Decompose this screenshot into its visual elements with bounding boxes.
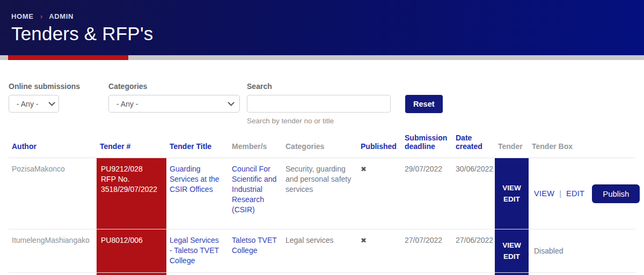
breadcrumb-home-link[interactable]: HOME <box>11 12 33 20</box>
tender-edit-link[interactable]: EDIT <box>495 251 529 262</box>
column-header-members: Member/s <box>229 133 282 158</box>
online-submissions-select[interactable]: - Any - <box>9 95 59 113</box>
table-header-row: Author Tender # Tender Title Member/s Ca… <box>9 133 635 158</box>
header-divider-accent <box>8 55 128 60</box>
tenders-table: Author Tender # Tender Title Member/s Ca… <box>9 133 635 275</box>
breadcrumb-admin-link[interactable]: ADMIN <box>49 12 74 20</box>
column-header-submission-deadline[interactable]: Submission deadline <box>405 133 447 151</box>
breadcrumb: HOME › ADMIN <box>11 12 644 20</box>
categories-label: Categories <box>108 82 240 91</box>
tender-box-cell: VIEW | EDIT Publish <box>529 158 635 229</box>
page-header: HOME › ADMIN Tenders & RFP's <box>0 0 644 55</box>
tender-box-status: Disabled <box>534 247 563 255</box>
search-filter: Search Search by tender no or title <box>247 82 391 125</box>
chevron-down-icon <box>228 99 235 106</box>
online-submissions-selected-value: - Any - <box>17 100 38 108</box>
search-label: Search <box>247 82 391 91</box>
table-row: PozisaMakonco PU9212/028 RFP No. 3518/29… <box>9 158 635 229</box>
categories-select[interactable]: - Any - <box>108 95 240 113</box>
tender-view-link[interactable]: VIEW <box>495 240 529 251</box>
tender-box-edit-link[interactable]: EDIT <box>566 189 584 199</box>
tender-box-cell: Disabled <box>529 229 635 273</box>
tender-number-cell: PU8012/006 <box>97 229 166 273</box>
column-header-tender-box: Tender Box <box>529 133 635 158</box>
tender-edit-link[interactable]: EDIT <box>495 194 529 205</box>
column-header-tender-number[interactable]: Tender # <box>100 142 130 151</box>
online-submissions-label: Online submissions <box>9 82 80 91</box>
submission-deadline-cell: 27/07/2022 <box>401 229 452 273</box>
tender-box-view-link[interactable]: VIEW <box>534 189 554 199</box>
online-submissions-filter: Online submissions - Any - <box>9 82 80 113</box>
categories-cell: Legal services <box>282 229 357 273</box>
tender-title-link[interactable]: Guarding Services at the CSIR Offices <box>170 165 219 194</box>
tender-title-link[interactable]: Legal Services - Taletso TVET College <box>170 236 219 265</box>
table-row: ItumelengMashiangako PU8012/006 Legal Se… <box>9 229 635 273</box>
column-header-categories: Categories <box>282 133 357 158</box>
member-link[interactable]: Taletso TVET College <box>232 236 277 255</box>
tender-number-cell <box>97 273 166 275</box>
categories-cell: Security, guarding and personal safety s… <box>282 158 357 229</box>
publish-button[interactable]: Publish <box>592 184 640 203</box>
column-header-published[interactable]: Published <box>361 142 397 151</box>
search-input[interactable] <box>247 95 391 113</box>
date-created-cell: 30/06/2022 <box>452 158 495 229</box>
tender-number-cell: PU9212/028 RFP No. 3518/29/07/2022 <box>97 158 166 229</box>
member-link[interactable]: Council For Scientific and Industrial Re… <box>232 165 276 214</box>
search-help-text: Search by tender no or title <box>247 117 391 125</box>
header-divider <box>0 55 644 60</box>
date-created-cell: 27/06/2022 <box>452 229 495 273</box>
categories-filter: Categories - Any - <box>108 82 240 113</box>
column-header-tender: Tender <box>495 133 529 158</box>
column-header-author[interactable]: Author <box>12 142 36 151</box>
tender-view-link[interactable]: VIEW <box>495 182 529 194</box>
chevron-down-icon <box>48 99 55 106</box>
filters-bar: Online submissions - Any - Categories - … <box>0 82 644 125</box>
submission-deadline-cell: 29/07/2022 <box>401 158 452 229</box>
tender-actions-cell: VIEW EDIT <box>495 229 529 273</box>
not-published-icon: ✖ <box>361 165 367 173</box>
chevron-right-icon: › <box>40 12 43 20</box>
author-cell: ItumelengMashiangako <box>9 229 97 273</box>
categories-selected-value: - Any - <box>116 100 138 108</box>
tender-actions-cell <box>495 273 529 275</box>
tender-actions-cell: VIEW EDIT <box>495 158 529 229</box>
link-divider: | <box>559 189 561 199</box>
column-header-date-created[interactable]: Date created <box>456 133 482 151</box>
reset-button[interactable]: Reset <box>405 95 443 113</box>
author-cell: PozisaMakonco <box>9 158 97 229</box>
page-title: Tenders & RFP's <box>11 23 644 44</box>
not-published-icon: ✖ <box>361 236 367 244</box>
column-header-tender-title[interactable]: Tender Title <box>170 142 211 151</box>
table-row-partial <box>9 273 635 275</box>
